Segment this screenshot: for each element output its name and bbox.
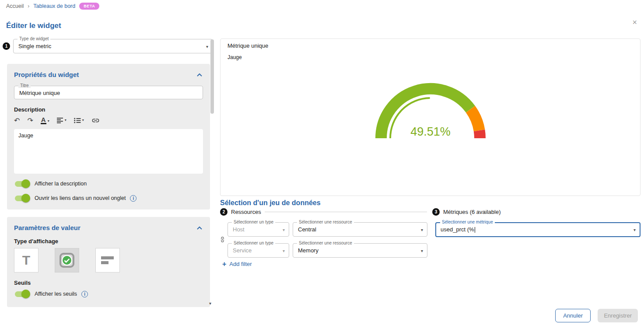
widget-type-label: Type de widget <box>18 36 50 41</box>
close-icon[interactable]: × <box>632 18 637 26</box>
widget-properties-panel: Propriétés du widget Titre Métrique uniq… <box>7 64 210 210</box>
undo-button[interactable]: ↶ <box>14 116 20 125</box>
align-icon <box>57 118 63 123</box>
open-links-new-tab-label: Ouvrir les liens dans un nouvel onglet <box>35 195 126 201</box>
beta-badge: BETA <box>79 3 99 10</box>
gauge-svg: 49.51% <box>365 80 496 145</box>
metric-select-value: used_prct (% <box>441 226 474 233</box>
resource-select-2-value: Memory <box>293 244 427 257</box>
resource-type-select-2[interactable]: Sélectionner un type Service ▾ <box>228 243 289 258</box>
resource-select-1[interactable]: Sélectionner une ressource Central ▾ <box>293 222 427 237</box>
breadcrumb-home-link[interactable]: Accueil <box>6 3 24 9</box>
title-field-label: Titre <box>18 83 31 88</box>
resource-row: Sélectionner un type Service ▾ Sélection… <box>228 243 427 258</box>
dataset-section-title: Sélection d'un jeu de données <box>220 199 321 207</box>
title-field[interactable]: Titre Métrique unique <box>14 86 203 99</box>
step-3-badge: 3 <box>432 208 440 216</box>
resource-select-2-label: Sélectionner une ressource <box>297 241 354 245</box>
breadcrumb: Accueil › Tableaux de bord BETA <box>6 3 99 10</box>
resource-type-select-1-value: Host <box>228 223 289 236</box>
preview-title: Métrique unique <box>228 42 268 49</box>
display-type-label: Type d'affichage <box>14 238 203 245</box>
chevron-down-icon: ▾ <box>421 227 423 232</box>
chevron-down-icon: ▾ <box>421 248 423 253</box>
chevron-down-icon: ▾ <box>82 118 84 123</box>
add-filter-button[interactable]: + Add filter <box>222 261 252 267</box>
add-filter-label: Add filter <box>229 261 252 267</box>
show-thresholds-label: Afficher les seuils <box>35 291 77 297</box>
left-panel-scrollbar[interactable] <box>210 38 214 301</box>
text-cursor <box>475 227 475 233</box>
text-display-icon: T <box>22 253 30 268</box>
resource-type-select-1[interactable]: Sélectionner un type Host ▾ <box>228 222 289 237</box>
value-settings-panel: Paramètres de valeur Type d'affichage T … <box>7 217 210 307</box>
list-icon <box>74 118 81 123</box>
metrics-group-header: 3 Métriques (6 available) <box>432 208 641 216</box>
list-button[interactable]: ▾ <box>74 118 84 123</box>
display-type-gauge-option-selected[interactable] <box>55 248 79 273</box>
display-type-options: T <box>14 248 203 273</box>
page-title: Éditer le widget <box>6 21 61 30</box>
chevron-down-icon: ▾ <box>283 248 285 253</box>
breadcrumb-separator-icon: › <box>28 3 29 9</box>
step-2-badge: 2 <box>220 208 228 216</box>
collapse-value-settings-chevron-icon[interactable] <box>196 223 203 232</box>
display-type-bar-option[interactable] <box>95 248 120 273</box>
gauge-chart: 49.51% <box>365 80 496 147</box>
show-description-toggle[interactable] <box>14 179 30 188</box>
resources-label: Ressources <box>231 209 261 215</box>
insert-link-button[interactable] <box>91 116 100 125</box>
chevron-down-icon: ▾ <box>634 227 636 232</box>
widget-preview-card: Métrique unique Jauge 49.51% <box>220 38 640 196</box>
widget-type-select[interactable]: Type de widget Single metric ▾ <box>13 39 213 53</box>
chevron-down-icon: ▾ <box>65 118 66 123</box>
resource-row: Sélectionner un type Host ▾ Sélectionner… <box>228 222 427 237</box>
value-settings-title: Paramètres de valeur <box>14 224 80 231</box>
metric-select-label: Sélectionner une métrique <box>440 220 495 224</box>
preview-description: Jauge <box>228 54 242 60</box>
breadcrumb-dashboards-link[interactable]: Tableaux de bord <box>33 3 75 9</box>
metrics-label: Métriques (6 available) <box>443 209 501 215</box>
widget-type-value: Single metric <box>14 39 212 52</box>
richtext-toolbar: ↶ ↷ A ▾ ▾ ▾ <box>14 115 203 126</box>
divider <box>265 212 427 212</box>
resource-select-1-value: Central <box>293 223 427 236</box>
scrollbar-thumb[interactable] <box>210 39 214 114</box>
cancel-button[interactable]: Annuler <box>555 309 591 322</box>
align-button[interactable]: ▾ <box>57 118 66 123</box>
link-icon <box>91 116 100 125</box>
resources-group-header: 2 Ressources <box>220 208 427 216</box>
chevron-down-icon: ▾ <box>206 44 208 49</box>
metric-select-input[interactable]: Sélectionner une métrique used_prct (% ▾ <box>435 222 640 237</box>
chevron-down-icon: ▾ <box>283 227 285 232</box>
resource-select-2[interactable]: Sélectionner une ressource Memory ▾ <box>293 243 427 258</box>
open-links-new-tab-toggle[interactable] <box>14 194 30 203</box>
bar-display-icon <box>101 255 115 266</box>
display-type-text-option[interactable]: T <box>14 248 38 273</box>
svg-text:49.51%: 49.51% <box>410 125 451 138</box>
description-editor[interactable]: Jauge <box>14 129 203 174</box>
save-button[interactable]: Enregistrer <box>598 309 638 322</box>
resource-type-select-2-label: Sélectionner un type <box>232 241 275 245</box>
gauge-display-selected-icon <box>58 251 76 269</box>
info-icon[interactable]: i <box>81 291 88 297</box>
info-icon[interactable]: i <box>130 195 136 202</box>
step-1-badge: 1 <box>3 42 10 50</box>
thresholds-label: Seuils <box>14 280 203 286</box>
resource-type-select-2-value: Service <box>228 244 289 257</box>
show-thresholds-toggle[interactable] <box>14 290 30 298</box>
scroll-down-icon[interactable]: ▾ <box>209 301 211 306</box>
description-label: Description <box>14 106 203 113</box>
chevron-down-icon: ▾ <box>48 119 49 124</box>
resource-link-chain-icon <box>219 236 226 245</box>
widget-editor-page: Accueil › Tableaux de bord BETA × Éditer… <box>0 0 644 325</box>
text-color-letter: A <box>41 116 46 124</box>
redo-button[interactable]: ↷ <box>27 116 33 125</box>
title-field-value: Métrique unique <box>14 86 203 99</box>
properties-panel-title: Propriétés du widget <box>14 71 79 78</box>
collapse-properties-chevron-icon[interactable] <box>196 70 203 79</box>
resource-select-1-label: Sélectionner une ressource <box>297 220 354 224</box>
show-description-label: Afficher la description <box>35 181 87 187</box>
text-color-button[interactable]: A ▾ <box>41 116 49 124</box>
plus-icon: + <box>222 261 226 267</box>
